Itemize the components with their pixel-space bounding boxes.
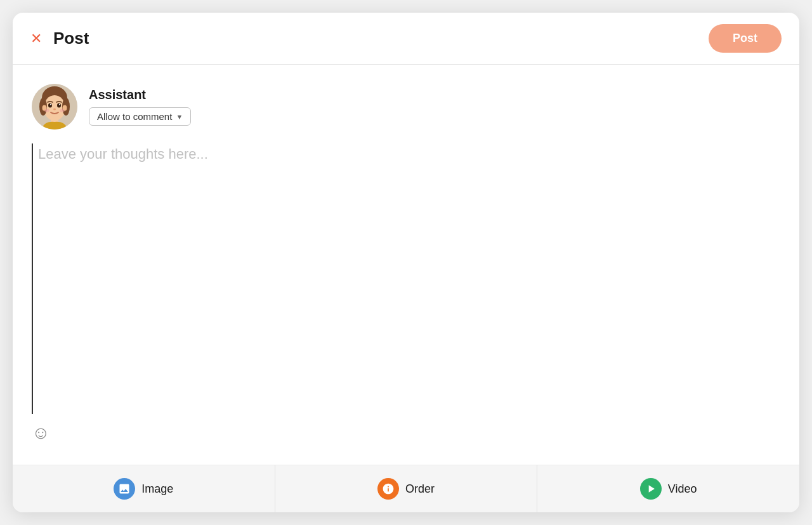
- modal: ✕ Post Post: [13, 13, 799, 512]
- chevron-down-icon: ▼: [176, 113, 183, 121]
- order-icon: [377, 478, 399, 500]
- order-button[interactable]: Order: [275, 465, 538, 512]
- user-info: Assistant Allow to comment ▼: [89, 88, 191, 126]
- close-icon[interactable]: ✕: [30, 32, 42, 46]
- video-button[interactable]: Video: [537, 465, 799, 512]
- emoji-row: ☺: [32, 414, 780, 452]
- post-input[interactable]: [32, 143, 780, 414]
- svg-point-8: [57, 103, 61, 108]
- image-label: Image: [141, 482, 173, 496]
- comment-permission-dropdown[interactable]: Allow to comment ▼: [89, 107, 191, 126]
- post-button[interactable]: Post: [709, 24, 782, 53]
- footer: Image Order Video: [13, 465, 799, 512]
- order-label: Order: [405, 482, 435, 496]
- emoji-icon[interactable]: ☺: [32, 423, 50, 442]
- svg-point-13: [60, 109, 65, 112]
- image-button[interactable]: Image: [13, 465, 275, 512]
- svg-point-12: [44, 109, 49, 112]
- image-icon: [114, 478, 135, 500]
- user-row: Assistant Allow to comment ▼: [32, 84, 780, 130]
- user-name: Assistant: [89, 88, 191, 102]
- svg-point-2: [44, 95, 65, 121]
- svg-point-10: [59, 104, 60, 105]
- avatar: [32, 84, 77, 130]
- video-icon: [640, 478, 662, 500]
- header-left: ✕ Post: [30, 29, 89, 48]
- svg-point-9: [50, 104, 51, 105]
- textarea-wrapper: [32, 143, 780, 414]
- svg-point-11: [53, 109, 56, 110]
- page-title: Post: [53, 29, 89, 48]
- video-label: Video: [668, 482, 697, 496]
- header: ✕ Post Post: [13, 13, 799, 65]
- svg-point-7: [48, 103, 52, 108]
- body: Assistant Allow to comment ▼ ☺: [13, 65, 799, 465]
- comment-permission-label: Allow to comment: [97, 111, 172, 122]
